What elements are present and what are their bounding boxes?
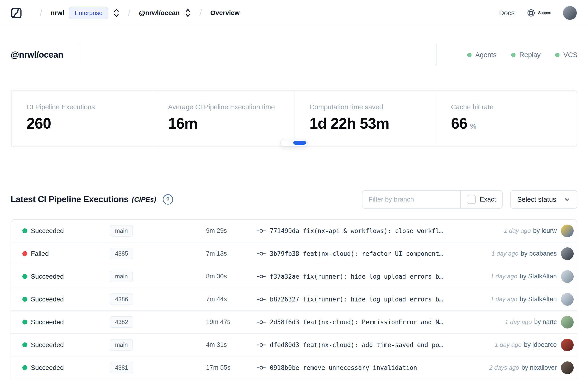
cipe-row[interactable]: Succeeded main 4m 31s dfed80d3 feat(nx-c… <box>11 334 577 357</box>
stat-label: Computation time saved <box>309 103 431 111</box>
cipe-duration: 7m 44s <box>206 296 257 303</box>
commit-cell: f37a32ae fix(runner): hide log upload er… <box>257 273 485 280</box>
cipe-status: Succeeded <box>31 318 110 326</box>
cipe-author: by StalkAltan <box>520 273 557 280</box>
git-commit-icon <box>257 273 266 280</box>
cipe-meta: 1 day ago by bcabanes <box>492 247 574 260</box>
cipes-title: Latest CI Pipeline Executions <box>11 194 129 204</box>
header-divider <box>79 44 79 66</box>
feature-indicator[interactable]: Replay <box>511 51 540 59</box>
cipe-meta: 1 day ago by lourw <box>504 225 574 237</box>
cipe-author: by jdpearce <box>524 341 557 348</box>
plan-badge[interactable]: Enterprise <box>69 7 108 19</box>
feature-label: Replay <box>519 51 540 59</box>
stat-value: 1d 22h 53m <box>309 115 431 132</box>
commit-cell: 0918b0be remove unnecessary invalidation <box>257 364 484 371</box>
branch-filter-group: Exact <box>362 190 503 209</box>
stat-value: 16m <box>168 115 289 132</box>
breadcrumb-separator: / <box>128 8 131 18</box>
branch-column: 4382 <box>110 316 206 328</box>
cipe-time-ago: 1 day ago <box>490 296 517 303</box>
branch-column: 4386 <box>110 293 206 305</box>
cipe-row[interactable]: Succeeded 4386 7m 44s b8726327 fix(runne… <box>11 288 577 311</box>
feature-indicator[interactable]: Agents <box>467 51 496 59</box>
commit-cell: b8726327 fix(runner): hide log upload er… <box>257 296 485 303</box>
workspace-title: @nrwl/ocean <box>11 50 63 60</box>
org-switcher-chevrons-icon[interactable] <box>113 8 119 18</box>
branch-badge: main <box>110 339 133 351</box>
chevron-down-icon <box>564 196 570 203</box>
stat-label: CI Pipeline Executions <box>27 103 148 111</box>
cipe-duration: 7m 13s <box>206 250 257 257</box>
cipe-row[interactable]: Succeeded main 9m 29s 771499da fix(nx-ap… <box>11 220 577 243</box>
stat-card: Cache hit rate 66% <box>436 91 577 147</box>
date-range-option[interactable] <box>293 141 306 145</box>
cipe-row[interactable]: Succeeded 4381 17m 55s 0918b0be remove u… <box>11 357 577 379</box>
cipe-meta: 2 days ago by nixallover <box>489 361 574 374</box>
stat-value: 260 <box>27 115 148 132</box>
cipe-author: by nixallover <box>521 364 557 371</box>
exact-toggle: Exact <box>461 191 502 208</box>
stat-card: Computation time saved 1d 22h 53m <box>294 91 436 147</box>
stat-card: CI Pipeline Executions 260 <box>11 91 153 147</box>
cipe-meta: 1 day ago by StalkAltan <box>490 293 574 306</box>
cipe-row[interactable]: Succeeded 4382 19m 47s 2d58f6d3 feat(nx-… <box>11 311 577 334</box>
author-avatar <box>561 225 574 237</box>
user-avatar[interactable] <box>563 6 577 20</box>
workspace-header: @nrwl/ocean Agents Replay VCS <box>11 45 577 64</box>
feature-label: VCS <box>563 51 577 59</box>
feature-status-dot-icon <box>555 53 560 57</box>
lifebuoy-icon <box>527 9 535 17</box>
cipe-status: Succeeded <box>31 341 110 349</box>
status-dot-icon <box>22 297 27 302</box>
nx-logo-icon[interactable] <box>11 7 22 19</box>
author-avatar <box>561 247 574 260</box>
status-dot-icon <box>22 320 27 324</box>
status-dot-icon <box>22 365 27 370</box>
status-select-label: Select status <box>517 196 556 203</box>
git-commit-icon <box>257 319 266 325</box>
stat-label: Average CI Pipeline Execution time <box>168 103 289 111</box>
breadcrumb-org[interactable]: nrwl <box>51 9 64 17</box>
cipes-section-header: Latest CI Pipeline Executions (CIPEs) ? … <box>11 190 577 209</box>
cipe-meta: 1 day ago by nartc <box>505 316 574 328</box>
feature-indicators: Agents Replay VCS <box>467 51 577 59</box>
date-range-option[interactable] <box>282 141 293 145</box>
git-commit-icon <box>257 342 266 348</box>
status-select[interactable]: Select status <box>510 190 577 209</box>
features-divider <box>436 44 436 66</box>
support-label: Support <box>538 11 551 15</box>
stat-unit: % <box>470 122 476 130</box>
cipe-duration: 9m 29s <box>206 227 257 234</box>
branch-badge: 4385 <box>110 248 133 259</box>
commit-cell: dfed80d3 feat(nx-cloud): add time-saved … <box>257 342 489 348</box>
feature-indicator[interactable]: VCS <box>555 51 577 59</box>
breadcrumb-workspace[interactable]: @nrwl/ocean <box>139 9 180 17</box>
commit-cell: 771499da fix(nx-api & workflows): close … <box>257 228 498 234</box>
branch-filter-input[interactable] <box>362 191 460 208</box>
stat-label: Cache hit rate <box>451 103 572 111</box>
cipe-status: Succeeded <box>31 364 110 372</box>
cipe-time-ago: 2 days ago <box>489 364 519 371</box>
cipe-duration: 19m 47s <box>206 318 257 326</box>
cipe-status: Succeeded <box>31 227 110 235</box>
cipe-time-ago: 1 day ago <box>490 273 517 280</box>
help-icon[interactable]: ? <box>163 194 173 205</box>
stats-card-strip: CI Pipeline Executions 260 Average CI Pi… <box>11 90 577 147</box>
branch-column: main <box>110 271 206 282</box>
breadcrumb-separator: / <box>199 8 202 18</box>
branch-badge: main <box>110 271 133 282</box>
exact-checkbox[interactable] <box>467 195 476 204</box>
cipe-status: Succeeded <box>31 296 110 303</box>
cipes-subtitle: (CIPEs) <box>132 196 156 203</box>
cipe-row[interactable]: Succeeded main 8m 30s f37a32ae fix(runne… <box>11 265 577 288</box>
docs-link[interactable]: Docs <box>499 9 515 17</box>
cipe-duration: 4m 31s <box>206 341 257 348</box>
exact-label: Exact <box>480 196 496 203</box>
support-link[interactable]: Support <box>527 9 551 17</box>
workspace-switcher-chevrons-icon[interactable] <box>185 8 191 18</box>
commit-message: dfed80d3 feat(nx-cloud): add time-saved … <box>270 342 443 348</box>
cipe-row[interactable]: Failed 4385 7m 13s 3b79fb38 feat(nx-clou… <box>11 243 577 265</box>
commit-message: 2d58f6d3 feat(nx-cloud): PermissionError… <box>270 319 443 326</box>
status-dot-icon <box>22 342 27 347</box>
